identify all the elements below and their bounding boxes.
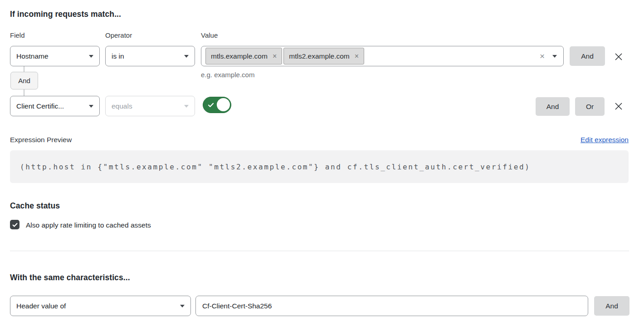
and-button-row1[interactable]: And bbox=[570, 46, 605, 66]
value-toggle-row2[interactable] bbox=[203, 97, 231, 113]
chevron-down-icon bbox=[89, 55, 93, 58]
or-button-row2[interactable]: Or bbox=[575, 97, 605, 116]
remove-rule-row1-icon[interactable] bbox=[612, 50, 625, 64]
value-tag-text: mtls.example.com bbox=[211, 52, 268, 60]
remove-rule-row2-icon[interactable] bbox=[612, 99, 625, 113]
operator-label: Operator bbox=[105, 31, 132, 39]
check-icon bbox=[207, 101, 215, 110]
section-divider bbox=[10, 251, 629, 251]
field-select-row2[interactable]: Client Certific... bbox=[10, 96, 100, 116]
chevron-down-icon[interactable] bbox=[552, 55, 557, 58]
clear-values-icon[interactable]: × bbox=[540, 52, 545, 60]
characteristic-select-value: Header value of bbox=[16, 302, 176, 310]
header-name-input[interactable] bbox=[195, 296, 588, 316]
tag-remove-icon[interactable]: × bbox=[355, 53, 359, 60]
field-select-row1[interactable]: Hostname bbox=[10, 46, 100, 66]
chevron-down-icon bbox=[184, 105, 189, 108]
and-button-row2[interactable]: And bbox=[536, 97, 570, 116]
value-label: Value bbox=[201, 31, 218, 39]
check-icon bbox=[12, 222, 18, 228]
field-label: Field bbox=[10, 31, 25, 39]
value-helper-text: e.g. example.com bbox=[201, 71, 254, 79]
chevron-down-icon bbox=[184, 55, 189, 58]
value-multiselect-row1[interactable]: mtls.example.com × mtls2.example.com × × bbox=[201, 46, 564, 66]
edit-expression-link[interactable]: Edit expression bbox=[581, 136, 629, 144]
expression-preview-label: Expression Preview bbox=[10, 136, 72, 144]
toggle-knob bbox=[217, 98, 230, 111]
characteristics-title: With the same characteristics... bbox=[10, 273, 130, 282]
chevron-down-icon bbox=[180, 305, 185, 307]
tag-remove-icon[interactable]: × bbox=[273, 53, 277, 60]
operator-select-row2-value: equals bbox=[112, 102, 181, 110]
connector-and-button[interactable]: And bbox=[10, 72, 38, 89]
match-section-title: If incoming requests match... bbox=[10, 10, 121, 19]
cache-status-title: Cache status bbox=[10, 201, 60, 211]
field-select-row2-value: Client Certific... bbox=[16, 102, 85, 110]
value-tag: mtls.example.com × bbox=[205, 48, 282, 64]
x-icon bbox=[614, 101, 624, 111]
characteristic-select[interactable]: Header value of bbox=[10, 296, 191, 316]
expression-text: (http.host in {"mtls.example.com" "mtls2… bbox=[20, 163, 530, 171]
chevron-down-icon bbox=[89, 105, 93, 108]
cached-assets-checkbox[interactable] bbox=[10, 220, 20, 229]
x-icon bbox=[614, 52, 624, 62]
cached-assets-checkbox-label: Also apply rate limiting to cached asset… bbox=[26, 221, 151, 229]
operator-select-row1-value: is in bbox=[112, 52, 181, 60]
and-characteristic-button[interactable]: And bbox=[594, 296, 629, 316]
operator-select-row1[interactable]: is in bbox=[105, 46, 195, 66]
field-select-row1-value: Hostname bbox=[16, 52, 85, 60]
operator-select-row2: equals bbox=[105, 96, 195, 116]
expression-preview-code: (http.host in {"mtls.example.com" "mtls2… bbox=[10, 150, 629, 183]
value-tag: mtls2.example.com × bbox=[283, 48, 364, 64]
value-tag-text: mtls2.example.com bbox=[289, 52, 350, 60]
